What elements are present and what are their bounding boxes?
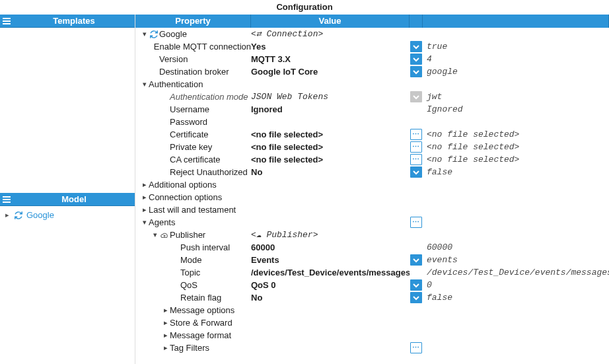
ellipsis-button[interactable]: ⋯ [410, 154, 422, 165]
grid-body: ▾Google<⇄ Connection>Enable MQTT connect… [135, 28, 609, 364]
property-value[interactable]: <no file selected> [251, 153, 323, 166]
grid-row[interactable]: ▾Agents⋯ [135, 216, 609, 229]
chevron-right-icon[interactable]: ▸ [162, 316, 170, 329]
property-value[interactable]: No [251, 291, 262, 304]
property-label: Additional options [149, 178, 217, 191]
grid-row[interactable]: Authentication modeJSON Web Tokensjwt [135, 91, 609, 103]
grid-row[interactable]: ▸Message format [135, 329, 609, 342]
property-value[interactable]: Ignored [251, 103, 283, 116]
chevron-down-icon[interactable]: ▾ [141, 216, 149, 229]
dropdown-button[interactable] [410, 54, 422, 65]
col-value[interactable]: Value [251, 15, 410, 28]
chevron-right-icon[interactable]: ▸ [4, 211, 11, 219]
grid-row[interactable]: ▸Last will and testament [135, 203, 609, 216]
chevron-right-icon[interactable]: ▸ [162, 342, 170, 354]
ellipsis-button[interactable]: ⋯ [410, 217, 422, 228]
property-label: Username [170, 103, 209, 116]
grid-row[interactable]: ▸Tag Filters⋯ [135, 342, 609, 354]
property-label: Password [170, 116, 207, 128]
grid-row[interactable]: Retain flagNofalse [135, 291, 609, 304]
grid-row[interactable]: Certificate<no file selected>⋯<no file s… [135, 128, 609, 141]
chevron-down-icon[interactable]: ▾ [141, 78, 149, 91]
property-value[interactable]: 60000 [251, 241, 275, 254]
templates-header: Templates [0, 15, 135, 28]
property-value[interactable]: <⇄ Connection> [251, 28, 323, 40]
dropdown-button[interactable] [410, 254, 422, 266]
grid-row[interactable]: ModeEventsevents [135, 254, 609, 266]
property-value[interactable]: MQTT 3.X [251, 53, 291, 65]
model-title: Model [13, 193, 135, 206]
grid-row[interactable]: Password [135, 116, 609, 128]
chevron-down-icon[interactable]: ▾ [141, 28, 149, 40]
property-value[interactable]: <no file selected> [251, 128, 323, 141]
chevron-right-icon[interactable]: ▸ [141, 178, 149, 191]
dropdown-button[interactable] [410, 91, 422, 102]
col-property[interactable]: Property [135, 15, 251, 28]
dropdown-button[interactable] [410, 279, 422, 291]
grid-row[interactable]: QoSQoS 00 [135, 279, 609, 291]
dropdown-button[interactable] [410, 292, 422, 303]
chevron-right-icon[interactable]: ▸ [141, 203, 149, 216]
chevron-right-icon[interactable]: ▸ [141, 191, 149, 203]
grid-row[interactable]: Topic/devices/Test_Device/events/message… [135, 266, 609, 279]
property-raw-value: 0 [427, 279, 432, 291]
grid-row[interactable]: ▾Authentication [135, 78, 609, 91]
property-value[interactable]: Yes [251, 40, 266, 53]
property-value[interactable]: <no file selected> [251, 141, 323, 153]
sync-icon [13, 210, 24, 221]
grid-row[interactable]: Push interval6000060000 [135, 241, 609, 254]
ellipsis-button[interactable]: ⋯ [410, 129, 422, 140]
dropdown-button[interactable] [410, 66, 422, 77]
property-raw-value: google [427, 65, 458, 78]
property-label: Message options [170, 304, 234, 316]
model-tree-root[interactable]: ▸ Google [1, 209, 133, 221]
property-raw-value: false [427, 291, 452, 304]
chevron-right-icon[interactable]: ▸ [162, 304, 170, 316]
dropdown-button[interactable] [410, 166, 422, 178]
grid-row[interactable]: UsernameIgnoredIgnored [135, 103, 609, 116]
grid-row[interactable]: ▸Message options [135, 304, 609, 316]
property-value[interactable]: No [251, 166, 262, 178]
property-label: Store & Forward [170, 316, 233, 329]
property-label: Last will and testament [149, 203, 236, 216]
chevron-right-icon[interactable]: ▸ [162, 329, 170, 342]
property-label: Push interval [180, 241, 230, 254]
hamburger-icon[interactable] [0, 193, 13, 206]
property-raw-value: /devices/Test_Device/events/messages [427, 266, 609, 279]
grid-row[interactable]: ▸Additional options [135, 178, 609, 191]
property-raw-value: <no file selected> [427, 128, 519, 141]
grid-row[interactable]: ▾Google<⇄ Connection> [135, 28, 609, 40]
hamburger-icon[interactable] [0, 15, 13, 28]
cloud-icon [159, 230, 170, 240]
chevron-down-icon[interactable]: ▾ [151, 229, 159, 241]
property-label: Agents [149, 216, 175, 229]
grid-row[interactable]: VersionMQTT 3.X4 [135, 53, 609, 65]
grid-row[interactable]: ▾Publisher<☁ Publisher> [135, 229, 609, 241]
grid-row[interactable]: Destination brokerGoogle IoT Coregoogle [135, 65, 609, 78]
grid-row[interactable]: Reject UnauthorizedNofalse [135, 166, 609, 178]
property-label: Certificate [170, 128, 209, 141]
property-value[interactable]: JSON Web Tokens [251, 91, 328, 103]
property-raw-value: true [427, 40, 447, 53]
model-root-label: Google [26, 210, 54, 220]
grid-row[interactable]: Private key<no file selected>⋯<no file s… [135, 141, 609, 153]
model-body: ▸ Google [0, 206, 135, 364]
property-value[interactable]: /devices/Test_Device/events/messages [251, 266, 410, 279]
grid-row[interactable]: ▸Connection options [135, 191, 609, 203]
property-label: QoS [180, 279, 197, 291]
property-value[interactable]: <☁ Publisher> [251, 229, 318, 241]
ellipsis-button[interactable]: ⋯ [410, 342, 422, 353]
templates-body [0, 28, 135, 193]
property-value[interactable]: QoS 0 [251, 279, 276, 291]
grid-row[interactable]: Enable MQTT connectionYestrue [135, 40, 609, 53]
property-label: Authentication mode [170, 91, 248, 103]
ellipsis-button[interactable]: ⋯ [410, 141, 422, 153]
property-value[interactable]: Events [251, 254, 279, 266]
property-label: Mode [180, 254, 202, 266]
property-raw-value: jwt [427, 91, 442, 103]
dropdown-button[interactable] [410, 41, 422, 52]
grid-row[interactable]: CA certificate<no file selected>⋯<no fil… [135, 153, 609, 166]
property-value[interactable]: Google IoT Core [251, 65, 318, 78]
grid-row[interactable]: ▸Store & Forward [135, 316, 609, 329]
property-label: Tag Filters [170, 342, 209, 354]
